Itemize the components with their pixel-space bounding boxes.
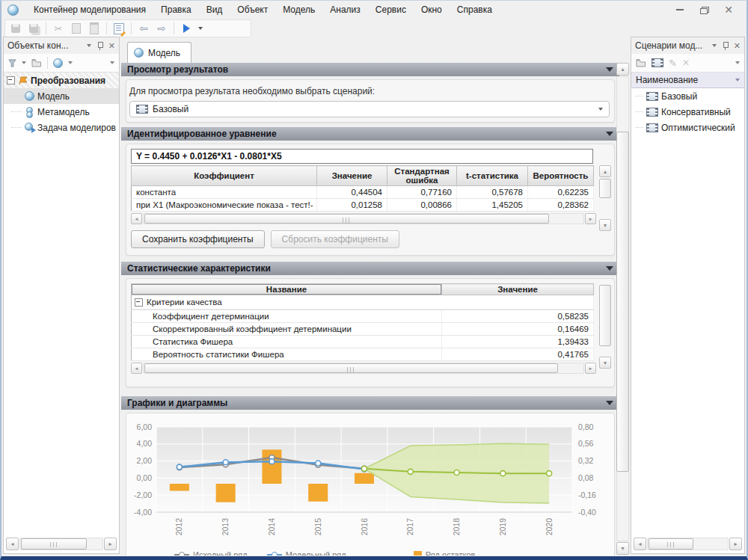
- panel-close-icon[interactable]: ✕: [734, 42, 741, 50]
- save-all-icon[interactable]: [28, 22, 40, 34]
- panel-close-icon[interactable]: ✕: [108, 42, 115, 50]
- scenario-combobox[interactable]: Базовый: [129, 101, 610, 117]
- panel-menu-icon[interactable]: [712, 44, 717, 47]
- collapse-icon[interactable]: [135, 298, 143, 307]
- tree-item-transformations[interactable]: Преобразования: [4, 73, 119, 88]
- menu-container[interactable]: Контейнер моделирования: [26, 2, 153, 17]
- table-row[interactable]: Вероятность статистики Фишера 0,41765: [132, 348, 594, 361]
- scrollbar-thumb[interactable]: [616, 132, 629, 472]
- table-row[interactable]: при X1 (Макроэкономические показа - тест…: [132, 199, 594, 212]
- combobox-arrow-icon[interactable]: [598, 108, 603, 111]
- column-header[interactable]: Название: [132, 284, 442, 295]
- menu-help[interactable]: Справка: [450, 2, 500, 17]
- collapse-triangle-icon[interactable]: [606, 266, 613, 271]
- run-icon[interactable]: [180, 22, 192, 34]
- pin-icon[interactable]: [97, 42, 102, 50]
- edit-icon[interactable]: ✎: [669, 58, 677, 69]
- scroll-down-icon[interactable]: ▾: [616, 542, 629, 555]
- scenario-item-optimistic[interactable]: Оптимистический: [631, 120, 744, 135]
- scroll-left-icon[interactable]: ◂: [634, 538, 646, 550]
- tab-model[interactable]: Модель: [127, 42, 191, 63]
- name-column-header[interactable]: Наименование: [631, 73, 744, 88]
- column-header[interactable]: Значение: [442, 284, 594, 295]
- model-tool-icon[interactable]: [53, 58, 63, 68]
- menu-edit[interactable]: Правка: [153, 2, 199, 17]
- scroll-left-icon[interactable]: ◂: [131, 363, 142, 374]
- table-row[interactable]: Статистика Фишера 1,39433: [132, 336, 594, 348]
- scroll-down-icon[interactable]: ▾: [599, 357, 611, 369]
- coefficients-vscrollbar[interactable]: ▴ ▾: [599, 165, 611, 231]
- menu-service[interactable]: Сервис: [368, 2, 414, 17]
- add-scenario-icon[interactable]: [652, 58, 663, 67]
- pin-icon[interactable]: [723, 42, 728, 50]
- table-row[interactable]: Коэффициент детерминации 0,58235: [132, 310, 594, 323]
- scroll-right-icon[interactable]: ▸: [585, 213, 596, 224]
- menu-window[interactable]: Окно: [414, 2, 450, 17]
- column-header[interactable]: Вероятность: [528, 166, 594, 186]
- copy-icon[interactable]: [70, 22, 82, 34]
- tree-item-modeling-task[interactable]: Задача моделиров: [4, 120, 119, 135]
- coefficients-hscrollbar[interactable]: ◂ ▸: [131, 213, 596, 224]
- filter-icon[interactable]: [8, 59, 16, 67]
- menu-object[interactable]: Объект: [230, 2, 275, 17]
- minimize-icon[interactable]: [676, 7, 684, 10]
- equation-field[interactable]: Y = 0.4450 + 0.0126*X1 - 0.0801*X5: [131, 149, 593, 164]
- column-header[interactable]: t-статистика: [457, 166, 528, 186]
- scroll-up-icon[interactable]: ▴: [616, 63, 629, 76]
- objects-panel-hscrollbar[interactable]: ◂ ▸: [6, 538, 117, 550]
- table-row[interactable]: Скорректированный коэффициент детерминац…: [132, 323, 594, 336]
- collapse-icon[interactable]: [7, 76, 15, 84]
- table-row[interactable]: константа 0,44504 0,77160 0,57678 0,6223…: [132, 186, 594, 199]
- edit-script-icon[interactable]: [113, 22, 125, 34]
- column-header[interactable]: Стандартная ошибка: [387, 166, 457, 186]
- toolbar-overflow-icon[interactable]: [735, 61, 740, 64]
- scenario-item-conservative[interactable]: Консервативный: [631, 104, 744, 120]
- close-icon[interactable]: ✕: [724, 6, 733, 14]
- main-vscrollbar[interactable]: ▴ ▾: [616, 63, 629, 555]
- cut-icon[interactable]: ✂: [52, 22, 64, 34]
- scroll-right-icon[interactable]: ▸: [104, 538, 117, 550]
- back-icon[interactable]: ⇦: [138, 22, 150, 34]
- tree-item-model[interactable]: Модель: [4, 88, 119, 104]
- scroll-right-icon[interactable]: ▸: [585, 363, 596, 374]
- menu-analysis[interactable]: Анализ: [322, 2, 368, 17]
- scroll-up-icon[interactable]: ▴: [599, 165, 611, 177]
- restore-icon[interactable]: [700, 7, 708, 13]
- collapse-triangle-icon[interactable]: [606, 67, 613, 72]
- reset-coefficients-button[interactable]: Сбросить коэффициенты: [271, 230, 399, 248]
- section-header-results[interactable]: Просмотр результатов: [121, 63, 619, 76]
- stats-hscrollbar[interactable]: ◂ ▸: [131, 363, 596, 374]
- section-header-equation[interactable]: Идентифицированное уравнение: [121, 127, 619, 141]
- scroll-right-icon[interactable]: ▸: [729, 538, 742, 550]
- filter-dropdown-icon[interactable]: [22, 61, 26, 64]
- section-header-charts[interactable]: Графики и диаграммы: [121, 396, 619, 410]
- column-header[interactable]: Значение: [317, 166, 387, 186]
- scenario-item-base[interactable]: Базовый: [631, 88, 744, 104]
- table-group-row[interactable]: Критерии качества: [132, 295, 594, 310]
- column-filter-icon[interactable]: [735, 79, 740, 81]
- panel-menu-icon[interactable]: [87, 44, 91, 47]
- run-dropdown-icon[interactable]: [198, 27, 203, 30]
- folder-icon[interactable]: [31, 58, 42, 67]
- delete-icon[interactable]: ✕: [682, 58, 690, 68]
- scenarios-panel-hscrollbar[interactable]: ◂ ▸: [634, 538, 742, 550]
- scenario-label: Оптимистический: [661, 123, 735, 133]
- save-icon[interactable]: [10, 22, 22, 34]
- forward-icon[interactable]: ⇨: [156, 22, 168, 34]
- scroll-left-icon[interactable]: ◂: [6, 538, 19, 550]
- collapse-triangle-icon[interactable]: [606, 401, 613, 405]
- section-header-stats[interactable]: Статистические характеристики: [121, 262, 619, 275]
- stats-vscrollbar[interactable]: ▾: [599, 285, 611, 369]
- scroll-down-icon[interactable]: ▾: [599, 219, 611, 231]
- menu-model[interactable]: Модель: [275, 2, 322, 17]
- folder-icon[interactable]: [636, 58, 646, 67]
- model-tool-dropdown-icon[interactable]: [68, 61, 73, 64]
- save-coefficients-button[interactable]: Сохранить коэффициенты: [131, 230, 265, 248]
- scroll-left-icon[interactable]: ◂: [131, 213, 142, 224]
- collapse-triangle-icon[interactable]: [606, 132, 613, 136]
- tree-item-metamodel[interactable]: Метамодель: [4, 104, 119, 120]
- paste-icon[interactable]: [88, 22, 100, 34]
- toolbar-overflow-icon[interactable]: [110, 61, 114, 64]
- menu-view[interactable]: Вид: [199, 2, 230, 17]
- column-header[interactable]: Коэффициент: [132, 166, 317, 186]
